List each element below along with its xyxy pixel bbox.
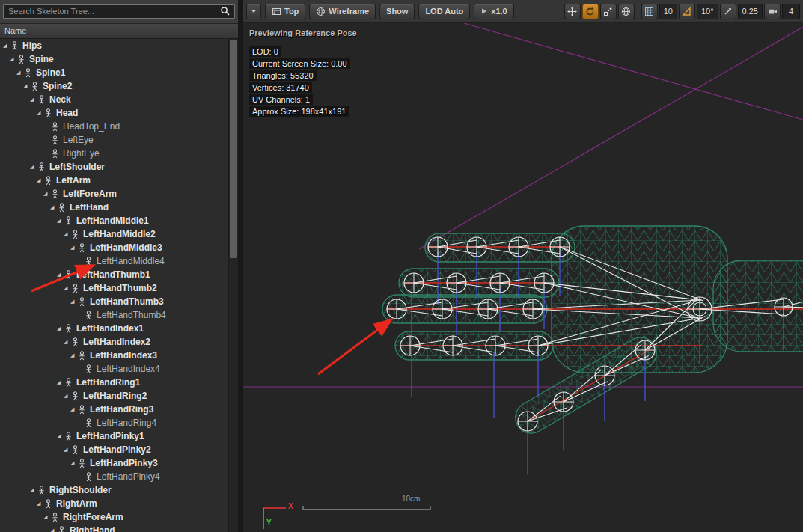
- expander-icon[interactable]: ◢: [30, 164, 37, 170]
- viewport[interactable]: Top Wireframe Show LOD Auto x1.0: [243, 0, 803, 532]
- tree-row[interactable]: ◢LeftShoulder: [0, 160, 229, 174]
- tree-scrollbar-thumb[interactable]: [230, 40, 237, 258]
- expander-icon[interactable]: ◢: [23, 83, 31, 89]
- expander-icon[interactable]: ◢: [10, 56, 17, 62]
- tree-row[interactable]: LeftHandMiddle4: [0, 254, 229, 268]
- expander-icon[interactable]: ◢: [70, 406, 78, 412]
- expander-icon[interactable]: ◢: [37, 177, 44, 183]
- expander-icon[interactable]: ◢: [70, 352, 78, 358]
- playback-speed-button[interactable]: x1.0: [474, 4, 513, 19]
- search-input[interactable]: [3, 4, 235, 19]
- tree-row[interactable]: ◢LeftHandRing1: [0, 376, 229, 389]
- show-menu-button[interactable]: Show: [379, 4, 415, 19]
- grid-snap-button[interactable]: [641, 4, 658, 19]
- tree-row[interactable]: ◢LeftHand: [0, 201, 229, 214]
- expander-icon[interactable]: ◢: [3, 43, 10, 49]
- bone-icon: [10, 41, 19, 51]
- expander-icon[interactable]: ◢: [64, 393, 71, 399]
- tree-row[interactable]: ◢Head: [0, 106, 229, 120]
- tree-row[interactable]: ◢LeftHandPinky3: [0, 456, 229, 470]
- expander-icon[interactable]: ◢: [37, 110, 44, 116]
- rotation-snap-value[interactable]: 10°: [697, 4, 718, 19]
- expander-icon[interactable]: ◢: [70, 460, 78, 466]
- expander-icon[interactable]: ◢: [43, 514, 51, 520]
- expander-icon[interactable]: ◢: [57, 325, 64, 331]
- search-icon[interactable]: [220, 6, 230, 16]
- camera-speed-button[interactable]: [764, 4, 781, 19]
- expander-icon[interactable]: ◢: [57, 433, 64, 439]
- tree-row[interactable]: ◢LeftHandIndex3: [0, 349, 229, 362]
- tree-row[interactable]: LeftHandIndex4: [0, 362, 229, 376]
- expander-icon[interactable]: ◢: [64, 285, 71, 291]
- wireframe-sphere-icon: [316, 7, 326, 16]
- rotation-snap-button[interactable]: [679, 4, 695, 19]
- camera-speed-value[interactable]: 4: [782, 4, 800, 19]
- bone-label: HeadTop_End: [63, 121, 120, 132]
- tree-row[interactable]: ◢RightHand: [0, 524, 229, 532]
- bone-label: Spine1: [36, 67, 65, 78]
- tree-row[interactable]: ◢RightArm: [0, 497, 229, 510]
- tree-scrollbar[interactable]: [228, 39, 238, 532]
- expander-icon[interactable]: ◢: [70, 245, 78, 251]
- bone-icon: [51, 189, 60, 199]
- expander-icon[interactable]: ◢: [57, 272, 64, 278]
- bone-label: LeftHandIndex3: [90, 350, 157, 361]
- tree-row[interactable]: RightEye: [0, 147, 229, 160]
- tree-row[interactable]: LeftHandRing4: [0, 416, 229, 429]
- tree-column-header[interactable]: Name: [0, 23, 238, 39]
- expander-icon[interactable]: ◢: [16, 70, 24, 76]
- grid-snap-value[interactable]: 10: [659, 4, 677, 19]
- scale-snap-value[interactable]: 0.25: [738, 4, 763, 19]
- tree-row[interactable]: ◢LeftHandRing3: [0, 403, 229, 416]
- view-mode-button[interactable]: Top: [265, 4, 305, 19]
- rotate-tool-button[interactable]: [582, 4, 599, 19]
- tree-row[interactable]: LeftHandPinky4: [0, 470, 229, 483]
- tree-row[interactable]: ◢LeftHandMiddle1: [0, 214, 229, 227]
- tree-row[interactable]: ◢RightShoulder: [0, 483, 229, 497]
- tree-row[interactable]: ◢LeftHandThumb1: [0, 268, 229, 281]
- tree-row[interactable]: HeadTop_End: [0, 120, 229, 133]
- expander-icon[interactable]: ◢: [64, 447, 71, 453]
- tree-row[interactable]: ◢LeftArm: [0, 174, 229, 187]
- tree-row[interactable]: LeftHandThumb4: [0, 308, 229, 322]
- tree-row[interactable]: ◢Spine1: [0, 66, 229, 79]
- tree-row[interactable]: ◢LeftHandThumb2: [0, 281, 229, 295]
- expander-icon[interactable]: ◢: [43, 191, 51, 197]
- tree-row[interactable]: ◢Spine: [0, 52, 229, 66]
- tree-row[interactable]: ◢LeftHandPinky1: [0, 429, 229, 443]
- expander-icon[interactable]: ◢: [50, 528, 58, 532]
- expander-icon[interactable]: ◢: [30, 97, 37, 103]
- tree-row[interactable]: ◢LeftForeArm: [0, 187, 229, 201]
- expander-icon[interactable]: ◢: [30, 487, 37, 493]
- panel-splitter[interactable]: [238, 0, 243, 532]
- rotation-snap-icon: [682, 7, 691, 16]
- scale-tool-button[interactable]: [600, 4, 617, 19]
- tree-row[interactable]: ◢LeftHandMiddle3: [0, 241, 229, 254]
- tree-row[interactable]: ◢LeftHandMiddle2: [0, 227, 229, 241]
- tree-row[interactable]: ◢LeftHandIndex1: [0, 322, 229, 335]
- expander-icon[interactable]: ◢: [57, 218, 64, 224]
- tree-row[interactable]: ◢RightForeArm: [0, 510, 229, 524]
- bone-label: RightEye: [63, 148, 100, 159]
- shading-mode-button[interactable]: Wireframe: [309, 4, 376, 19]
- expander-icon[interactable]: ◢: [70, 299, 78, 305]
- tree-row[interactable]: ◢LeftHandPinky2: [0, 443, 229, 456]
- tree-row[interactable]: ◢Hips: [0, 39, 229, 52]
- expander-icon[interactable]: ◢: [37, 501, 44, 507]
- lod-button[interactable]: LOD Auto: [418, 4, 470, 19]
- tree-row[interactable]: ◢Neck: [0, 93, 229, 106]
- tree-row[interactable]: ◢Spine2: [0, 79, 229, 93]
- expander-icon[interactable]: ◢: [64, 339, 71, 345]
- bone-label: RightForeArm: [63, 512, 123, 522]
- expander-icon[interactable]: ◢: [50, 204, 58, 210]
- tree-row[interactable]: ◢LeftHandIndex2: [0, 335, 229, 349]
- tree-row[interactable]: ◢LeftHandThumb3: [0, 295, 229, 308]
- expander-icon[interactable]: ◢: [64, 231, 71, 237]
- tree-row[interactable]: ◢LeftHandRing2: [0, 389, 229, 403]
- viewport-options-button[interactable]: [246, 4, 261, 19]
- tree-row[interactable]: LeftEye: [0, 133, 229, 147]
- coordinate-system-button[interactable]: [618, 4, 635, 19]
- translate-tool-button[interactable]: [564, 4, 581, 19]
- scale-snap-button[interactable]: [720, 4, 736, 19]
- expander-icon[interactable]: ◢: [57, 379, 64, 385]
